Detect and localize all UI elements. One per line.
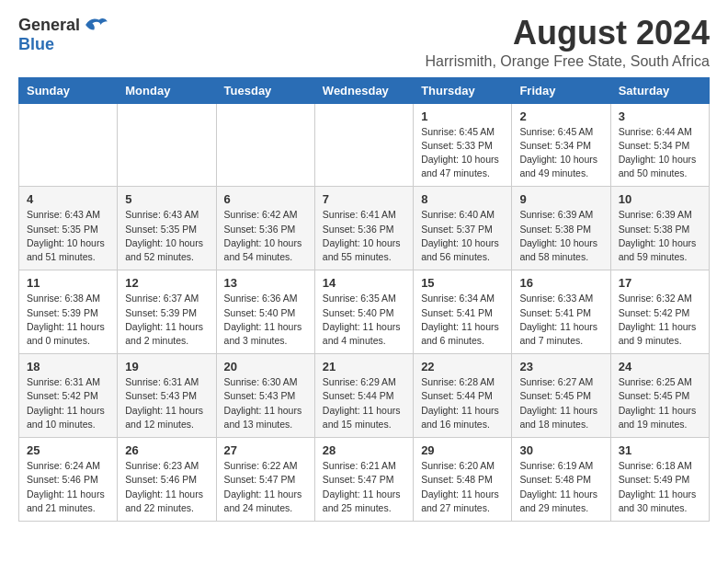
day-info: Sunrise: 6:25 AM Sunset: 5:45 PM Dayligh…	[619, 375, 701, 431]
day-number: 10	[619, 192, 701, 206]
calendar-cell: 20Sunrise: 6:30 AM Sunset: 5:43 PM Dayli…	[216, 354, 314, 438]
calendar-cell: 23Sunrise: 6:27 AM Sunset: 5:45 PM Dayli…	[512, 354, 610, 438]
day-number: 22	[421, 360, 504, 373]
day-info: Sunrise: 6:33 AM Sunset: 5:41 PM Dayligh…	[519, 292, 602, 348]
day-info: Sunrise: 6:30 AM Sunset: 5:43 PM Dayligh…	[224, 375, 307, 431]
day-number: 1	[421, 109, 504, 123]
header-thursday: Thursday	[414, 77, 512, 103]
day-number: 18	[27, 360, 109, 373]
day-info: Sunrise: 6:45 AM Sunset: 5:34 PM Dayligh…	[519, 125, 602, 181]
day-number: 8	[421, 192, 504, 206]
calendar-cell: 6Sunrise: 6:42 AM Sunset: 5:36 PM Daylig…	[216, 187, 314, 270]
day-number: 24	[619, 360, 701, 373]
day-number: 7	[323, 192, 405, 206]
header: General Blue August 2024 Harrismith, Ora…	[18, 15, 710, 70]
logo: General Blue	[18, 15, 109, 54]
day-number: 25	[27, 443, 109, 457]
calendar-header-row: SundayMondayTuesdayWednesdayThursdayFrid…	[19, 77, 710, 103]
day-number: 6	[224, 192, 307, 206]
day-info: Sunrise: 6:39 AM Sunset: 5:38 PM Dayligh…	[619, 208, 701, 264]
calendar-cell: 27Sunrise: 6:22 AM Sunset: 5:47 PM Dayli…	[216, 438, 314, 522]
day-info: Sunrise: 6:18 AM Sunset: 5:49 PM Dayligh…	[619, 459, 701, 515]
day-info: Sunrise: 6:29 AM Sunset: 5:44 PM Dayligh…	[323, 375, 405, 431]
header-tuesday: Tuesday	[216, 77, 314, 103]
day-info: Sunrise: 6:28 AM Sunset: 5:44 PM Dayligh…	[421, 375, 504, 431]
calendar-cell: 18Sunrise: 6:31 AM Sunset: 5:42 PM Dayli…	[19, 354, 118, 438]
day-info: Sunrise: 6:44 AM Sunset: 5:34 PM Dayligh…	[619, 125, 701, 181]
day-number: 2	[519, 109, 602, 123]
day-info: Sunrise: 6:21 AM Sunset: 5:47 PM Dayligh…	[323, 459, 405, 515]
logo-general-text: General	[18, 16, 80, 35]
day-info: Sunrise: 6:34 AM Sunset: 5:41 PM Dayligh…	[421, 292, 504, 348]
calendar-table: SundayMondayTuesdayWednesdayThursdayFrid…	[18, 77, 710, 522]
day-info: Sunrise: 6:22 AM Sunset: 5:47 PM Dayligh…	[224, 459, 307, 515]
day-info: Sunrise: 6:27 AM Sunset: 5:45 PM Dayligh…	[519, 375, 602, 431]
calendar-cell: 12Sunrise: 6:37 AM Sunset: 5:39 PM Dayli…	[118, 270, 216, 354]
calendar-cell: 14Sunrise: 6:35 AM Sunset: 5:40 PM Dayli…	[314, 270, 413, 354]
logo-bird-icon	[84, 15, 109, 35]
calendar-cell: 24Sunrise: 6:25 AM Sunset: 5:45 PM Dayli…	[610, 354, 709, 438]
calendar-cell: 17Sunrise: 6:32 AM Sunset: 5:42 PM Dayli…	[610, 270, 709, 354]
day-info: Sunrise: 6:23 AM Sunset: 5:46 PM Dayligh…	[125, 459, 208, 515]
calendar-subtitle: Harrismith, Orange Free State, South Afr…	[426, 53, 710, 70]
header-monday: Monday	[118, 77, 216, 103]
day-number: 20	[224, 360, 307, 373]
day-info: Sunrise: 6:19 AM Sunset: 5:48 PM Dayligh…	[519, 459, 602, 515]
header-wednesday: Wednesday	[314, 77, 413, 103]
day-number: 9	[519, 192, 602, 206]
day-number: 5	[125, 192, 208, 206]
logo-blue-text: Blue	[18, 35, 54, 54]
day-number: 13	[224, 276, 307, 290]
calendar-cell: 13Sunrise: 6:36 AM Sunset: 5:40 PM Dayli…	[216, 270, 314, 354]
day-number: 4	[27, 192, 109, 206]
calendar-cell: 2Sunrise: 6:45 AM Sunset: 5:34 PM Daylig…	[512, 103, 610, 187]
calendar-cell: 5Sunrise: 6:43 AM Sunset: 5:35 PM Daylig…	[118, 187, 216, 270]
calendar-cell	[216, 103, 314, 187]
calendar-cell: 25Sunrise: 6:24 AM Sunset: 5:46 PM Dayli…	[19, 438, 118, 522]
header-saturday: Saturday	[610, 77, 709, 103]
header-friday: Friday	[512, 77, 610, 103]
calendar-week-row: 18Sunrise: 6:31 AM Sunset: 5:42 PM Dayli…	[19, 354, 710, 438]
day-info: Sunrise: 6:43 AM Sunset: 5:35 PM Dayligh…	[27, 208, 109, 264]
day-number: 3	[619, 109, 701, 123]
calendar-week-row: 11Sunrise: 6:38 AM Sunset: 5:39 PM Dayli…	[19, 270, 710, 354]
day-info: Sunrise: 6:37 AM Sunset: 5:39 PM Dayligh…	[125, 292, 208, 348]
day-info: Sunrise: 6:41 AM Sunset: 5:36 PM Dayligh…	[323, 208, 405, 264]
day-info: Sunrise: 6:32 AM Sunset: 5:42 PM Dayligh…	[619, 292, 701, 348]
day-number: 28	[323, 443, 405, 457]
day-number: 15	[421, 276, 504, 290]
day-number: 31	[619, 443, 701, 457]
calendar-title: August 2024	[426, 15, 710, 52]
day-info: Sunrise: 6:31 AM Sunset: 5:43 PM Dayligh…	[125, 375, 208, 431]
calendar-week-row: 4Sunrise: 6:43 AM Sunset: 5:35 PM Daylig…	[19, 187, 710, 270]
calendar-cell: 1Sunrise: 6:45 AM Sunset: 5:33 PM Daylig…	[414, 103, 512, 187]
calendar-week-row: 1Sunrise: 6:45 AM Sunset: 5:33 PM Daylig…	[19, 103, 710, 187]
day-number: 12	[125, 276, 208, 290]
calendar-cell: 7Sunrise: 6:41 AM Sunset: 5:36 PM Daylig…	[314, 187, 413, 270]
day-info: Sunrise: 6:39 AM Sunset: 5:38 PM Dayligh…	[519, 208, 602, 264]
day-number: 21	[323, 360, 405, 373]
day-number: 16	[519, 276, 602, 290]
calendar-cell: 28Sunrise: 6:21 AM Sunset: 5:47 PM Dayli…	[314, 438, 413, 522]
calendar-cell: 15Sunrise: 6:34 AM Sunset: 5:41 PM Dayli…	[414, 270, 512, 354]
calendar-cell: 29Sunrise: 6:20 AM Sunset: 5:48 PM Dayli…	[414, 438, 512, 522]
day-number: 23	[519, 360, 602, 373]
calendar-cell: 26Sunrise: 6:23 AM Sunset: 5:46 PM Dayli…	[118, 438, 216, 522]
calendar-cell: 30Sunrise: 6:19 AM Sunset: 5:48 PM Dayli…	[512, 438, 610, 522]
day-info: Sunrise: 6:20 AM Sunset: 5:48 PM Dayligh…	[421, 459, 504, 515]
calendar-cell	[118, 103, 216, 187]
day-number: 19	[125, 360, 208, 373]
calendar-cell: 21Sunrise: 6:29 AM Sunset: 5:44 PM Dayli…	[314, 354, 413, 438]
day-info: Sunrise: 6:43 AM Sunset: 5:35 PM Dayligh…	[125, 208, 208, 264]
day-info: Sunrise: 6:45 AM Sunset: 5:33 PM Dayligh…	[421, 125, 504, 181]
calendar-cell	[19, 103, 118, 187]
calendar-cell: 4Sunrise: 6:43 AM Sunset: 5:35 PM Daylig…	[19, 187, 118, 270]
calendar-cell: 11Sunrise: 6:38 AM Sunset: 5:39 PM Dayli…	[19, 270, 118, 354]
day-number: 11	[27, 276, 109, 290]
day-info: Sunrise: 6:35 AM Sunset: 5:40 PM Dayligh…	[323, 292, 405, 348]
calendar-week-row: 25Sunrise: 6:24 AM Sunset: 5:46 PM Dayli…	[19, 438, 710, 522]
calendar-cell: 3Sunrise: 6:44 AM Sunset: 5:34 PM Daylig…	[610, 103, 709, 187]
day-info: Sunrise: 6:40 AM Sunset: 5:37 PM Dayligh…	[421, 208, 504, 264]
day-number: 14	[323, 276, 405, 290]
calendar-cell: 16Sunrise: 6:33 AM Sunset: 5:41 PM Dayli…	[512, 270, 610, 354]
